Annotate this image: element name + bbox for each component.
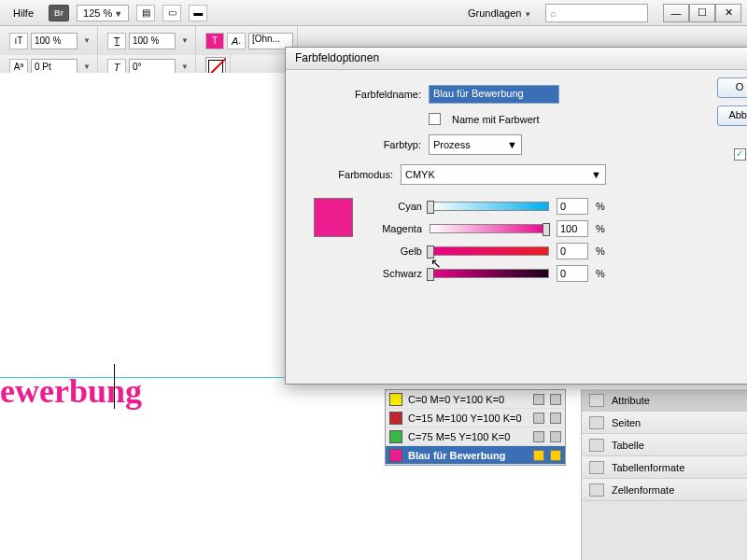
yellow-input[interactable] [557,243,588,259]
swatch-type-icon [533,394,544,405]
fill-color-icon[interactable]: T [205,33,224,49]
char-style-icon[interactable]: A. [227,33,246,49]
magenta-slider[interactable] [430,224,549,233]
name-with-value-checkbox[interactable] [429,113,441,125]
minimize-button[interactable]: — [663,4,689,22]
swatch-chip [389,393,402,406]
panel-seiten[interactable]: Seiten [582,412,747,434]
yellow-label: Gelb [370,245,422,257]
zoom-level[interactable]: 125 %▼ [77,5,129,21]
cyan-slider[interactable] [430,202,549,211]
colortype-label: Farbtyp: [314,139,421,150]
search-input[interactable]: ⌕ [545,4,648,22]
char-scale-h-icon[interactable]: T̲ [107,33,126,49]
swatch-options-dialog: Farbfeldoptionen O Abbr Vo Farbfeldname:… [285,47,747,385]
swatch-mode-icon [550,431,561,442]
swatch-label: C=15 M=100 Y=100 K=0 [408,413,522,424]
colortype-select[interactable]: Prozess▼ [429,134,522,155]
arrange-icon[interactable]: ▬ [189,5,207,21]
screen-mode-icon[interactable]: ▭ [162,5,181,21]
attribute-icon [589,394,604,407]
colormode-select[interactable]: CMYK▼ [401,164,606,185]
table-styles-icon [589,461,604,474]
panel-zellenformate[interactable]: Zellenformate [582,479,747,501]
maximize-button[interactable]: ☐ [689,4,715,22]
char-scale-v-input[interactable] [31,33,78,49]
swatch-type-icon [533,413,544,424]
black-label: Schwarz [370,268,422,279]
swatch-label: C=0 M=0 Y=100 K=0 [408,394,504,405]
close-button[interactable]: ✕ [715,4,741,22]
swatch-chip [389,449,402,462]
cell-styles-icon [589,483,604,497]
yellow-slider[interactable] [430,246,549,256]
panel-tabellenformate[interactable]: Tabellenformate [582,456,747,479]
swatch-chip [389,430,402,443]
swatches-panel: C=0 M=0 Y=100 K=0 C=15 M=100 Y=100 K=0 C… [385,389,566,466]
swatch-row[interactable]: C=0 M=0 Y=100 K=0 [386,390,565,409]
magenta-label: Magenta [370,223,422,234]
name-label: Farbfeldname: [314,89,421,100]
panel-attribute[interactable]: Attribute [582,389,747,412]
bridge-icon[interactable]: Br [49,5,69,21]
color-preview-chip [314,198,353,237]
swatch-label: C=75 M=5 Y=100 K=0 [408,431,510,442]
table-icon [589,439,604,452]
swatch-row-selected[interactable]: Blau für Bewerbung [386,446,565,465]
name-with-value-label: Name mit Farbwert [452,114,540,125]
swatch-type-icon [533,431,544,442]
char-scale-h-input[interactable] [129,33,176,49]
right-panel-stack: Attribute Seiten Tabelle Tabellenformate… [581,389,747,560]
swatch-label: Blau für Bewerbung [408,450,506,461]
text-caret [114,364,115,409]
cyan-input[interactable] [557,198,588,215]
swatch-mode-icon [550,450,561,461]
swatch-mode-icon [550,394,561,405]
view-mode-icon[interactable]: ▤ [136,5,155,21]
dialog-title: Farbfeldoptionen [286,48,747,70]
swatch-mode-icon [550,413,561,424]
pages-icon [589,416,604,429]
text-frame[interactable]: ewerbung [0,371,142,411]
swatch-type-icon [533,450,544,461]
panel-tabelle[interactable]: Tabelle [582,434,747,456]
cyan-label: Cyan [370,201,422,212]
menu-help[interactable]: Hilfe [6,4,41,22]
swatch-name-input[interactable]: Blau für Bewerbung [429,85,559,104]
menubar: Hilfe Br 125 %▼ ▤ ▭ ▬ Grundlagen ▾ ⌕ — ☐… [0,0,747,26]
black-input[interactable] [557,265,588,282]
colormode-label: Farbmodus: [314,169,393,180]
char-scale-v-icon[interactable]: ıT [9,33,28,49]
black-slider[interactable] [430,269,549,278]
swatch-row[interactable]: C=75 M=5 Y=100 K=0 [386,427,565,446]
swatch-chip [389,412,402,425]
magenta-input[interactable] [557,220,588,237]
swatch-row[interactable]: C=15 M=100 Y=100 K=0 [386,409,565,427]
workspace-switcher[interactable]: Grundlagen ▾ [460,4,538,22]
